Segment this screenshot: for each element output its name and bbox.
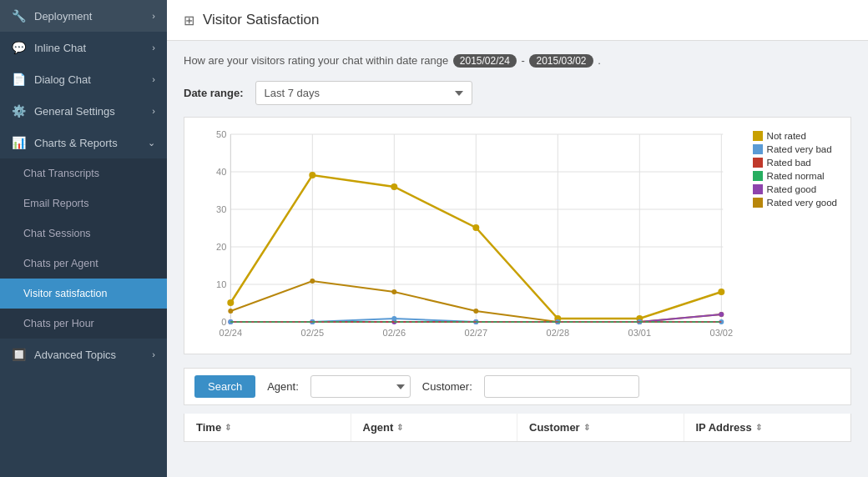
sidebar-item-dialog-chat[interactable]: 📄Dialog Chat›: [0, 63, 167, 95]
legend-label-rated-bad: Rated bad: [767, 158, 811, 168]
sort-icon-time[interactable]: ⇕: [225, 423, 231, 432]
customer-input[interactable]: [484, 375, 639, 398]
svg-text:02/26: 02/26: [383, 328, 406, 338]
arrow-icon-deployment: ›: [152, 11, 155, 21]
sidebar-label-deployment: Deployment: [34, 10, 92, 23]
legend-dot-rated-very-bad: [753, 144, 763, 154]
main-content: ⊞ Visitor Satisfaction How are your visi…: [167, 0, 868, 477]
svg-point-27: [310, 279, 315, 284]
legend-rated-very-good: Rated very good: [753, 198, 837, 208]
sidebar-item-chat-sessions[interactable]: Chat Sessions: [0, 218, 167, 249]
page-icon: ⊞: [184, 13, 194, 28]
legend-label-rated-good: Rated good: [767, 184, 816, 194]
sidebar-label-chat-transcripts: Chat Transcripts: [23, 168, 99, 179]
svg-text:0: 0: [221, 317, 226, 327]
search-row: Search Agent: Customer:: [184, 368, 851, 405]
sort-icon-customer[interactable]: ⇕: [583, 423, 590, 432]
legend-label-rated-normal: Rated normal: [767, 171, 825, 181]
page-title: Visitor Satisfaction: [203, 12, 320, 28]
svg-text:20: 20: [216, 242, 226, 252]
date-range-label: Date range:: [184, 87, 244, 99]
page-header: ⊞ Visitor Satisfaction: [167, 0, 868, 41]
sidebar-label-chats-per-hour: Chats per Hour: [23, 318, 94, 329]
deployment-icon: 🔧: [12, 9, 26, 23]
legend-rated-normal: Rated normal: [753, 171, 837, 181]
svg-point-29: [473, 309, 478, 314]
sort-icon-ip[interactable]: ⇕: [755, 423, 762, 432]
sidebar-label-dialog-chat: Dialog Chat: [34, 73, 91, 86]
chart-svg-container: 50 40 30 20 10 0: [193, 126, 744, 345]
sidebar-label-advanced-topics: Advanced Topics: [34, 349, 116, 361]
sort-icon-agent[interactable]: ⇕: [396, 423, 403, 432]
table-header: Time ⇕ Agent ⇕ Customer ⇕ IP Address ⇕: [184, 414, 851, 442]
date-from-badge: 2015/02/24: [453, 54, 517, 68]
chart-legend: Not rated Rated very bad Rated bad Rated…: [753, 126, 837, 345]
sidebar-item-advanced-topics[interactable]: 🔲Advanced Topics›: [0, 339, 167, 370]
chart-area: 50 40 30 20 10 0: [184, 117, 851, 354]
svg-text:30: 30: [216, 204, 226, 214]
sidebar-item-charts-reports[interactable]: 📊Charts & Reports⌄: [0, 127, 167, 158]
sidebar-label-visitor-satisfaction: Visitor satisfaction: [23, 288, 108, 299]
advanced-topics-icon: 🔲: [12, 348, 26, 361]
svg-text:10: 10: [216, 279, 226, 289]
legend-dot-rated-bad: [753, 158, 763, 168]
svg-text:50: 50: [216, 129, 226, 139]
chevron-down-icon-charts-reports: ⌄: [148, 138, 155, 148]
dialog-chat-icon: 📄: [12, 73, 26, 86]
th-customer: Customer ⇕: [517, 414, 684, 441]
sidebar-label-inline-chat: Inline Chat: [34, 42, 86, 54]
svg-text:02/27: 02/27: [465, 328, 488, 338]
arrow-icon-advanced-topics: ›: [152, 349, 155, 359]
svg-point-39: [719, 312, 724, 317]
sidebar-label-chats-per-agent: Chats per Agent: [23, 258, 98, 269]
svg-point-25: [718, 289, 724, 295]
svg-point-42: [391, 316, 396, 321]
svg-point-20: [309, 172, 315, 178]
svg-text:02/28: 02/28: [547, 328, 570, 338]
sidebar-item-email-reports[interactable]: Email Reports: [0, 188, 167, 218]
svg-point-28: [391, 289, 396, 294]
content-area: How are your visitors rating your chat w…: [167, 41, 868, 477]
legend-rated-very-bad: Rated very bad: [753, 144, 837, 154]
sidebar-item-general-settings[interactable]: ⚙️General Settings›: [0, 95, 167, 127]
description-text: How are your visitors rating your chat w…: [184, 54, 851, 68]
sidebar-item-chats-per-agent[interactable]: Chats per Agent: [0, 249, 167, 279]
th-time: Time ⇕: [184, 414, 351, 441]
th-ip-address: IP Address ⇕: [684, 414, 851, 441]
legend-label-not-rated: Not rated: [767, 131, 806, 141]
legend-not-rated: Not rated: [753, 131, 837, 141]
inline-chat-icon: 💬: [12, 41, 26, 54]
sidebar-item-deployment[interactable]: 🔧Deployment›: [0, 0, 167, 32]
legend-label-rated-very-bad: Rated very bad: [767, 144, 832, 154]
sidebar-item-inline-chat[interactable]: 💬Inline Chat›: [0, 32, 167, 63]
legend-dot-rated-very-good: [753, 198, 763, 208]
svg-text:03/02: 03/02: [710, 328, 734, 338]
arrow-icon-dialog-chat: ›: [152, 74, 155, 84]
sidebar-label-email-reports: Email Reports: [23, 198, 89, 209]
legend-rated-good: Rated good: [753, 184, 837, 194]
svg-point-26: [228, 309, 233, 314]
svg-text:03/01: 03/01: [628, 328, 652, 338]
sidebar-item-visitor-satisfaction[interactable]: Visitor satisfaction: [0, 279, 167, 309]
search-button[interactable]: Search: [194, 375, 255, 398]
sidebar-item-chat-transcripts[interactable]: Chat Transcripts: [0, 158, 167, 188]
legend-dot-rated-good: [753, 184, 763, 194]
svg-point-22: [472, 224, 479, 231]
sidebar: 🔧Deployment›💬Inline Chat›📄Dialog Chat›⚙️…: [0, 0, 167, 477]
filter-row: Date range: Last 7 days Last 30 days Cus…: [184, 81, 851, 105]
chart-svg: 50 40 30 20 10 0: [193, 126, 744, 343]
svg-text:40: 40: [216, 167, 226, 177]
sidebar-item-chats-per-hour[interactable]: Chats per Hour: [0, 309, 167, 339]
date-to-badge: 2015/03/02: [529, 54, 593, 68]
arrow-icon-general-settings: ›: [152, 106, 155, 116]
svg-point-21: [391, 183, 397, 190]
legend-dot-rated-normal: [753, 171, 763, 181]
sidebar-label-charts-reports: Charts & Reports: [34, 137, 118, 149]
svg-text:02/25: 02/25: [301, 328, 325, 338]
general-settings-icon: ⚙️: [12, 104, 26, 118]
charts-reports-icon: 📊: [12, 136, 26, 149]
date-range-select[interactable]: Last 7 days Last 30 days Custom range: [255, 81, 472, 105]
agent-select[interactable]: [310, 375, 411, 398]
sidebar-label-chat-sessions: Chat Sessions: [23, 228, 91, 239]
svg-text:02/24: 02/24: [220, 328, 243, 338]
